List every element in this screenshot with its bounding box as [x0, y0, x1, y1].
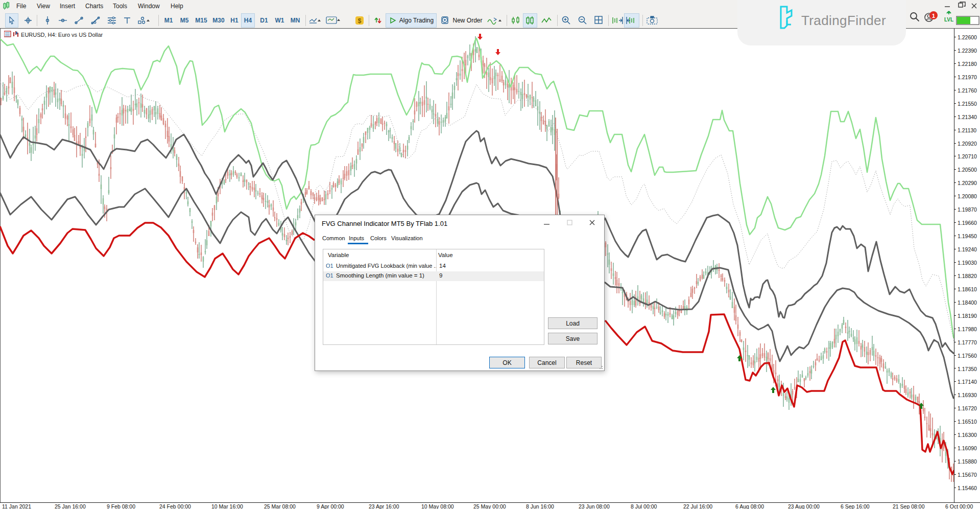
svg-text:1: 1 — [932, 13, 936, 19]
svg-text:$: $ — [358, 17, 362, 25]
svg-text:TradingFinder: TradingFinder — [801, 13, 886, 28]
svg-text:LVL: LVL — [944, 17, 953, 22]
